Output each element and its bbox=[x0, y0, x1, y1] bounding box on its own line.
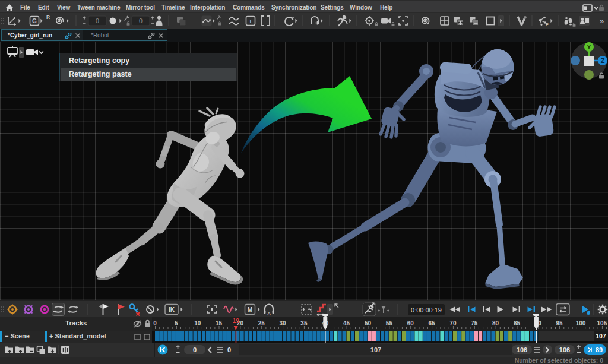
svg-text:85: 85 bbox=[514, 320, 521, 327]
svg-text:105: 105 bbox=[597, 320, 607, 327]
svg-text:25: 25 bbox=[258, 320, 265, 327]
svg-text:0: 0 bbox=[139, 17, 142, 24]
svg-text:A: A bbox=[267, 311, 271, 316]
svg-text:0: 0 bbox=[153, 320, 157, 327]
svg-text:45: 45 bbox=[343, 320, 350, 327]
svg-text:15: 15 bbox=[216, 320, 223, 327]
svg-text:0: 0 bbox=[193, 346, 197, 353]
svg-text:Z: Z bbox=[601, 57, 605, 64]
svg-text:R: R bbox=[46, 14, 50, 20]
svg-text:106: 106 bbox=[517, 346, 527, 353]
svg-text:0:00:00:19: 0:00:00:19 bbox=[411, 306, 442, 314]
svg-text:10: 10 bbox=[194, 320, 201, 327]
svg-text:107: 107 bbox=[596, 333, 606, 340]
svg-text:95: 95 bbox=[556, 320, 563, 327]
svg-text:65: 65 bbox=[429, 320, 436, 327]
svg-text:0: 0 bbox=[96, 17, 99, 24]
svg-text:P: P bbox=[546, 22, 549, 27]
svg-text:Y: Y bbox=[587, 43, 591, 50]
svg-text:100: 100 bbox=[576, 320, 586, 327]
svg-text:50: 50 bbox=[365, 320, 372, 327]
svg-text:G: G bbox=[32, 18, 37, 24]
svg-text:»: » bbox=[600, 17, 604, 26]
svg-text:19: 19 bbox=[233, 318, 240, 324]
svg-text:107: 107 bbox=[370, 346, 381, 353]
svg-text:IK: IK bbox=[169, 306, 175, 313]
svg-text:75: 75 bbox=[471, 320, 478, 327]
svg-text:60: 60 bbox=[407, 320, 414, 327]
svg-text:106: 106 bbox=[559, 346, 570, 353]
svg-text:70: 70 bbox=[449, 320, 457, 327]
svg-text:30: 30 bbox=[280, 320, 287, 327]
svg-text:0: 0 bbox=[227, 346, 231, 353]
svg-text:89: 89 bbox=[596, 346, 603, 353]
svg-text:55: 55 bbox=[386, 320, 393, 327]
svg-text:T: T bbox=[249, 18, 252, 24]
svg-text:80: 80 bbox=[492, 320, 499, 327]
svg-text:5: 5 bbox=[175, 320, 178, 327]
svg-text:M: M bbox=[248, 306, 252, 313]
svg-text:35: 35 bbox=[300, 320, 308, 327]
